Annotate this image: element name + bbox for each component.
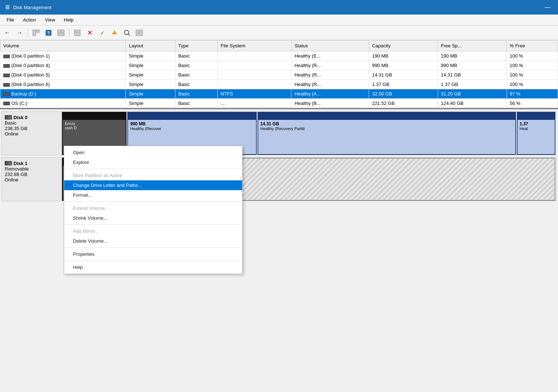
ctx-separator — [64, 201, 242, 202]
search-button[interactable] — [121, 27, 133, 39]
disk-1-name: Disk 1 — [13, 161, 27, 166]
table-cell-3 — [218, 51, 291, 61]
svg-rect-14 — [136, 30, 143, 36]
table-cell-5: 221.52 GB — [369, 99, 438, 108]
menu-help[interactable]: Help — [60, 16, 77, 24]
disk-0-partition-3[interactable]: 14.31 GB Healthy (Recovery Partiti — [257, 112, 517, 155]
table-cell-1: Simple — [126, 70, 175, 80]
svg-rect-4 — [58, 30, 61, 32]
ctx-item-help[interactable]: Help — [64, 262, 242, 272]
disk-0-type: Basic — [5, 120, 59, 126]
table-cell-6: 31.20 GB — [438, 89, 507, 99]
table-cell-3 — [218, 70, 291, 80]
table-cell-7: 97 % — [507, 89, 558, 99]
table-cell-4: Healthy (R... — [291, 80, 369, 89]
ctx-item-shrink-volume---[interactable]: Shrink Volume... — [64, 213, 242, 223]
ctx-item-properties[interactable]: Properties — [64, 249, 242, 259]
ctx-item-mark-partition-as-active: Mark Partition as Active — [64, 170, 242, 180]
col-type: Type — [175, 40, 217, 51]
disk-1-status: Online — [5, 177, 59, 183]
show-hide-button[interactable] — [30, 27, 42, 39]
table-header-row: Volume Layout Type File System Status Ca… — [0, 40, 558, 51]
help-button[interactable]: ? — [43, 27, 54, 39]
disk-1-header: Disk 1 — [5, 161, 59, 166]
p0-1-label: Encryrash D — [65, 121, 124, 130]
col-free: Free Sp... — [438, 40, 507, 51]
table-cell-7: 100 % — [507, 61, 558, 70]
table-cell-0: (Disk 0 partition 5) — [0, 70, 126, 80]
table-cell-5: 190 MB — [369, 51, 438, 61]
col-layout: Layout — [126, 40, 175, 51]
ctx-separator — [64, 247, 242, 248]
ctx-item-delete-volume---[interactable]: Delete Volume... — [64, 236, 242, 246]
table-row[interactable]: (Disk 0 partition 4)SimpleBasicHealthy (… — [0, 61, 558, 70]
up-button[interactable] — [109, 27, 120, 39]
table-cell-0: (Disk 0 partition 1) — [0, 51, 126, 61]
table-cell-5: 990 MB — [369, 61, 438, 70]
table-row[interactable]: Backup (D:)SimpleBasicNTFSHealthy (A...3… — [0, 89, 558, 99]
table-cell-3 — [218, 61, 291, 70]
p0-3-label: Healthy (Recovery Partiti — [260, 126, 513, 131]
table-row[interactable]: (Disk 0 partition 5)SimpleBasicHealthy (… — [0, 70, 558, 80]
table-cell-0: (Disk 0 partition 4) — [0, 61, 126, 70]
table-row[interactable]: OS (C:)SimpleBasic...Healthy (B...221.52… — [0, 99, 558, 108]
p0-1-header — [62, 112, 127, 120]
table-cell-2: Basic — [175, 70, 217, 80]
back-button[interactable]: ← — [1, 27, 13, 39]
table-cell-7: 100 % — [507, 80, 558, 89]
p0-3-size: 14.31 GB — [260, 121, 513, 126]
split-button[interactable] — [55, 27, 67, 39]
table-cell-4: Healthy (R... — [291, 61, 369, 70]
forward-button[interactable]: → — [14, 27, 26, 39]
ctx-item-format---[interactable]: Format... — [64, 190, 242, 200]
menu-file[interactable]: File — [3, 16, 18, 24]
volume-table: Volume Layout Type File System Status Ca… — [0, 40, 558, 109]
menu-action[interactable]: Action — [19, 16, 40, 24]
table-cell-2: Basic — [175, 89, 217, 99]
ctx-separator — [64, 224, 242, 225]
table-cell-1: Simple — [126, 51, 175, 61]
toolbar: ← → ? ✕ ✓ — [0, 26, 558, 40]
svg-rect-6 — [58, 33, 64, 36]
disk-0-size: 238.35 GB — [5, 126, 59, 131]
table-cell-5: 32.00 GB — [369, 89, 438, 99]
svg-text:✓: ✓ — [100, 30, 105, 36]
p0-3-body: 14.31 GB Healthy (Recovery Partiti — [257, 120, 516, 155]
table-cell-7: 100 % — [507, 70, 558, 80]
delete-button[interactable]: ✕ — [84, 27, 96, 39]
table-cell-3: NTFS — [218, 89, 291, 99]
settings-button[interactable] — [71, 27, 83, 39]
p0-2-size: 990 MB — [130, 121, 253, 126]
p0-2-header — [127, 112, 256, 120]
check-button[interactable]: ✓ — [96, 27, 108, 39]
svg-rect-1 — [36, 30, 39, 32]
disk-0-header: Disk 0 — [5, 115, 59, 120]
disk-0-label: Disk 0 Basic 238.35 GB Online — [2, 112, 62, 155]
table-cell-5: 14.31 GB — [369, 70, 438, 80]
table-cell-4: Healthy (A... — [291, 89, 369, 99]
window-controls: — — [542, 1, 554, 13]
ctx-item-open[interactable]: Open — [64, 148, 242, 157]
disk-0-partition-4[interactable]: 1.37 Heal — [517, 112, 556, 155]
svg-line-13 — [128, 34, 130, 36]
table-cell-0: (Disk 0 partition 6) — [0, 80, 126, 89]
table-row[interactable]: (Disk 0 partition 6)SimpleBasicHealthy (… — [0, 80, 558, 89]
ctx-item-change-drive-letter-and-paths---[interactable]: Change Drive Letter and Paths... — [64, 180, 242, 190]
menu-view[interactable]: View — [41, 16, 59, 24]
table-row[interactable]: (Disk 0 partition 1)SimpleBasicHealthy (… — [0, 51, 558, 61]
properties-button[interactable] — [133, 27, 145, 39]
minimize-button[interactable]: — — [542, 1, 554, 13]
table-cell-1: Simple — [126, 61, 175, 70]
table-cell-7: 56 % — [507, 99, 558, 108]
svg-rect-0 — [33, 30, 36, 36]
context-menu: OpenExploreMark Partition as ActiveChang… — [64, 146, 243, 274]
ctx-separator — [64, 169, 242, 169]
p0-4-header — [517, 112, 555, 120]
ctx-item-explore[interactable]: Explore — [64, 157, 242, 167]
table-cell-2: Basic — [175, 51, 217, 61]
disk-0-icon — [5, 115, 12, 119]
ctx-item-extend-volume---: Extend Volume... — [64, 203, 242, 213]
col-filesystem: File System — [218, 40, 291, 51]
disk-1-size: 232.88 GB — [5, 172, 59, 177]
svg-marker-11 — [112, 30, 117, 34]
